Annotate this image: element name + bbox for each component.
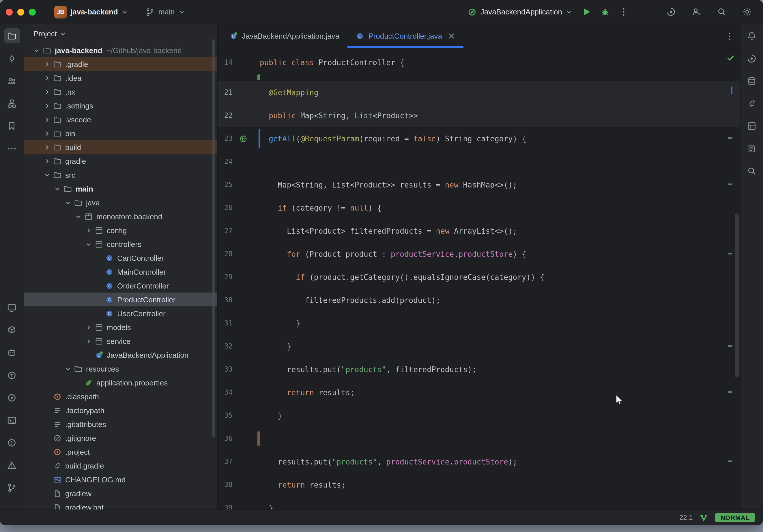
code-line-33[interactable]: 33 results.put("products", filteredProdu… xyxy=(218,358,740,381)
tree-item-productcontroller[interactable]: CProductController xyxy=(24,292,217,306)
tree-item-main[interactable]: main xyxy=(24,182,217,196)
tree-item-usercontroller[interactable]: CUserController xyxy=(24,306,217,320)
branch-widget[interactable]: main xyxy=(142,5,188,19)
project-panel-header[interactable]: Project xyxy=(24,24,217,43)
line-number[interactable]: 38 xyxy=(218,480,233,489)
tool-button-ai-assistant[interactable] xyxy=(4,345,20,360)
gutter[interactable]: 21 xyxy=(218,81,260,104)
tree-item-java[interactable]: java xyxy=(24,196,217,209)
stripe-mark-marker[interactable] xyxy=(728,183,732,185)
line-number[interactable]: 14 xyxy=(218,58,233,66)
tree-item-vscode[interactable]: .vscode xyxy=(24,113,217,126)
line-number[interactable]: 28 xyxy=(218,250,233,258)
line-number[interactable]: 29 xyxy=(218,273,233,281)
chevron-right-icon[interactable] xyxy=(83,323,93,331)
tree-item-idea[interactable]: .idea xyxy=(24,71,217,85)
tool-button-more-tool-windows[interactable] xyxy=(4,141,20,156)
tool-button-project[interactable] xyxy=(4,28,20,43)
line-number[interactable]: 33 xyxy=(218,365,233,373)
chevron-right-icon[interactable] xyxy=(42,116,52,123)
code-line-29[interactable]: 29 if (product.getCategory().equalsIgnor… xyxy=(218,266,740,288)
code-line-21[interactable]: 21 @GetMapping xyxy=(218,81,740,104)
tree-item-bin[interactable]: bin xyxy=(24,126,217,140)
tree-item-gradlew[interactable]: gradlew xyxy=(24,486,217,500)
gutter[interactable]: 39 xyxy=(218,496,260,509)
globe-icon[interactable] xyxy=(236,134,250,143)
gutter[interactable]: 34 xyxy=(218,381,260,404)
tab-javabackendapplication-java[interactable]: CJavaBackendApplication.java xyxy=(221,24,348,48)
debug-button[interactable] xyxy=(597,4,613,20)
code-line-35[interactable]: 35 } xyxy=(218,404,740,427)
stripe-mark-marker[interactable] xyxy=(728,391,732,393)
chevron-right-icon[interactable] xyxy=(42,144,52,151)
tool-button-endpoints[interactable] xyxy=(4,368,20,382)
tool-button-notifications[interactable] xyxy=(744,28,760,43)
tree-item-gradle[interactable]: gradle xyxy=(24,154,217,168)
close-window-button[interactable] xyxy=(6,8,13,15)
tree-item-gradle[interactable]: .gradle xyxy=(24,57,217,71)
tree-item-models[interactable]: models xyxy=(24,320,217,334)
gutter[interactable]: 29 xyxy=(218,266,260,288)
chevron-right-icon[interactable] xyxy=(83,337,93,345)
line-number[interactable]: 39 xyxy=(218,504,233,509)
tree-item-application-properties[interactable]: application.properties xyxy=(24,375,217,389)
tree-item-gitattributes[interactable]: .gitattributes xyxy=(24,417,217,431)
tool-button-run[interactable] xyxy=(4,390,20,405)
tool-button-structure[interactable] xyxy=(4,96,20,111)
tree-item-build[interactable]: build xyxy=(24,140,217,154)
more-actions-button[interactable] xyxy=(615,4,631,20)
chevron-down-icon[interactable] xyxy=(83,240,93,248)
tool-button-build[interactable] xyxy=(4,323,20,338)
tree-item-service[interactable]: service xyxy=(24,334,217,348)
line-number[interactable]: 36 xyxy=(218,435,233,443)
chevron-right-icon[interactable] xyxy=(42,88,52,95)
ai-assistant-button[interactable] xyxy=(663,4,679,20)
vim-mode-badge[interactable]: NORMAL xyxy=(715,513,755,522)
tree-item-src[interactable]: src xyxy=(24,168,217,182)
chevron-down-icon[interactable] xyxy=(73,213,83,220)
line-number[interactable]: 30 xyxy=(218,296,233,304)
tree-item-build-gradle[interactable]: build.gradle xyxy=(24,459,217,473)
tree-item-controllers[interactable]: controllers xyxy=(24,237,217,251)
gutter[interactable]: 30 xyxy=(218,288,260,312)
gutter[interactable]: 35 xyxy=(218,404,260,427)
chevron-right-icon[interactable] xyxy=(42,74,52,82)
gutter[interactable]: 24 xyxy=(218,150,260,173)
code-line-38[interactable]: 38 return results; xyxy=(218,473,740,496)
line-number[interactable]: 22 xyxy=(218,111,233,119)
line-number[interactable]: 21 xyxy=(218,88,233,96)
code-line-32[interactable]: 32 } xyxy=(218,335,740,358)
code-line-27[interactable]: 27 List<Product> filteredProducts = new … xyxy=(218,219,740,242)
code-line-34[interactable]: 34 return results; xyxy=(218,381,740,404)
tool-button-problems[interactable] xyxy=(4,435,20,450)
tab-options-button[interactable] xyxy=(725,24,734,48)
code-line-28[interactable]: 28 for (Product product : productService… xyxy=(218,242,740,266)
gutter[interactable]: 28 xyxy=(218,242,260,266)
line-number[interactable]: 32 xyxy=(218,342,233,350)
tree-item-cartcontroller[interactable]: CCartController xyxy=(24,251,217,265)
chevron-right-icon[interactable] xyxy=(42,102,52,109)
tool-button-version-control[interactable] xyxy=(4,480,20,495)
tab-productcontroller-java[interactable]: CProductController.java✕ xyxy=(348,24,463,48)
gutter[interactable]: 22 xyxy=(218,104,260,127)
tree-item-classpath[interactable]: .classpath xyxy=(24,389,217,403)
editor-body[interactable]: 14public class ProductController {21 @Ge… xyxy=(218,49,740,509)
tree-item-maincontroller[interactable]: CMainController xyxy=(24,265,217,279)
code-line-22[interactable]: 22 public Map<String, List<Product>> xyxy=(218,104,740,127)
chevron-right-icon[interactable] xyxy=(83,227,93,234)
tree-item-nx[interactable]: .nx xyxy=(24,85,217,99)
code-with-me-button[interactable] xyxy=(688,4,704,20)
chevron-right-icon[interactable] xyxy=(42,130,52,137)
code-line-26[interactable]: 26 if (category != null) { xyxy=(218,196,740,219)
gutter[interactable]: 31 xyxy=(218,312,260,335)
gutter[interactable]: 27 xyxy=(218,219,260,242)
code-line-36[interactable]: 36 xyxy=(218,427,740,450)
tool-button-ai-chat[interactable] xyxy=(744,51,760,66)
code-line-30[interactable]: 30 filteredProducts.add(product); xyxy=(218,288,740,312)
line-number[interactable]: 23 xyxy=(218,135,233,143)
code-line-14[interactable]: 14public class ProductController { xyxy=(218,51,740,74)
tool-button-terminal[interactable] xyxy=(4,413,20,428)
gutter[interactable]: 25 xyxy=(218,173,260,196)
code-line-23[interactable]: 23 getAll(@RequestParam(required = false… xyxy=(218,127,740,150)
gutter[interactable]: 33 xyxy=(218,358,260,381)
